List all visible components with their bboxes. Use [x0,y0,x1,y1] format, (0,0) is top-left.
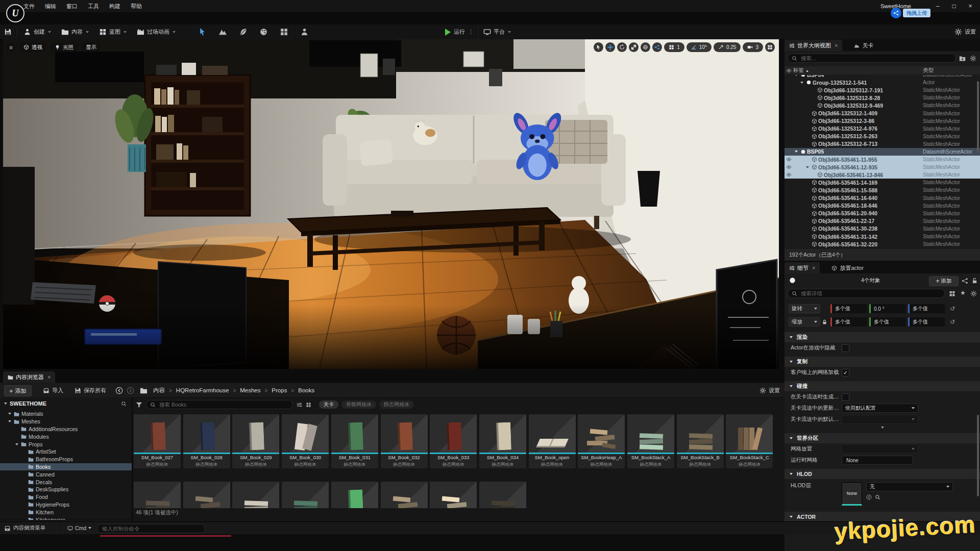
asset-search-input[interactable] [158,401,289,408]
asset-tile-SM_Book_open[interactable]: SM_Book_open静态网格体 [529,414,576,468]
breadcrumb-item-1[interactable]: HQRetroFarmhouse [176,387,229,393]
breadcrumb-item-0[interactable]: 内容 [153,387,165,394]
transform-value-field[interactable]: 多个值 [830,317,867,327]
section-header-渲染[interactable]: 渲染 [785,332,980,342]
outliner-row[interactable]: Obj3d66-1325312-3-86StaticMeshActor [785,117,980,125]
cinematics-button[interactable]: 过场动画 [134,24,179,39]
asset-tile-SM_Book_034[interactable]: SM_Book_034静态网格体 [479,414,526,468]
asset-tile-SM_BookStack_B[interactable]: SM_BookStack_B静态网格体 [677,414,724,468]
folder-tree-item-canned[interactable]: Canned [0,470,132,478]
section-header-世界分区[interactable]: 世界分区 [785,433,980,443]
surface-snap-toggle[interactable] [652,42,662,52]
details-scrollbar[interactable] [977,415,979,496]
asset-tile[interactable] [479,482,526,508]
camera-speed-control[interactable]: 3 [743,42,763,52]
content-button[interactable]: 内容 [58,24,92,39]
folder-tree-item-props[interactable]: Props [0,440,132,448]
transform-value-field[interactable]: 多个值 [869,317,906,327]
breadcrumb-item-2[interactable]: Meshes [240,387,260,393]
asset-tile[interactable] [232,482,279,508]
reset-to-default-icon[interactable]: ↺ [950,305,955,312]
folder-tree-item-decals[interactable]: Decals [0,478,132,486]
folder-tree-item-modules[interactable]: Modules [0,433,132,440]
section-expander[interactable] [785,425,980,430]
blueprint-button[interactable]: 蓝图 [96,24,130,39]
select-tool[interactable] [594,42,603,52]
rotate-tool[interactable] [617,42,627,52]
editor-settings-button[interactable]: 设置 [954,24,976,39]
tab-content-browser[interactable]: 内容浏览器× [3,371,55,383]
section-header-复制[interactable]: 复制 [785,357,980,367]
asset-tile[interactable] [183,482,230,508]
outliner-row[interactable]: BSP04DatasmithSceneActor [785,75,980,79]
folder-tree-item-kitchen[interactable]: Kitchen [0,508,132,516]
outliner-row[interactable]: Obj3d66-1325312-9-469StaticMeshActor [785,102,980,109]
maximize-viewport-button[interactable] [765,42,775,52]
blueprint-node-icon[interactable] [962,278,968,284]
folder-tree-item-meshes[interactable]: Meshes [0,418,132,425]
scale-snap-control[interactable]: 0.25 [714,42,741,52]
unlock-icon[interactable] [971,278,978,284]
breadcrumb-item-4[interactable]: Books [298,387,314,393]
asset-tile[interactable] [430,482,477,508]
forward-icon[interactable] [127,387,134,394]
play-button[interactable] [445,29,451,36]
grid-snap-control[interactable]: 1 [664,42,684,52]
reset-to-default-icon[interactable]: ↺ [950,318,955,325]
folder-tree-item-books[interactable]: Books [0,463,132,471]
move-tool[interactable] [605,42,615,52]
asset-tile-SM_Book_032[interactable]: SM_Book_032静态网格体 [381,414,428,468]
outliner-row[interactable]: Obj3d66-535461-13-846StaticMeshActor [785,171,980,179]
property-checkbox[interactable]: ✓ [842,369,849,377]
outliner-row[interactable]: Obj3d66-535461-15-588StaticMeshActor [785,186,980,194]
folder-tree-item-food[interactable]: Food [0,493,132,501]
asset-tile-SM_BookStack_C[interactable]: SM_BookStack_C静态网格体 [726,414,773,468]
view-list-icon[interactable] [297,402,302,408]
asset-tile[interactable] [282,482,329,508]
content-drawer-button[interactable]: 内容侧滑菜单 [4,522,45,534]
outliner-row[interactable]: Obj3d66-535461-22-17StaticMeshActor [785,217,980,225]
details-search[interactable] [788,289,945,298]
display-filter-icon[interactable] [949,290,955,297]
play-label[interactable]: 运行 [454,28,465,36]
menu-item-2[interactable]: 窗口 [62,0,82,12]
outliner-row[interactable]: Obj3d66-535461-20-940StaticMeshActor [785,210,980,217]
viewport[interactable]: ≡ 透视 光照 显示 1 10° 0.25 [3,39,779,369]
perspective-selector[interactable]: 透视 [19,42,47,52]
visibility-column-icon[interactable] [786,68,792,73]
outliner-row[interactable]: BSP05DatasmithSceneActor [785,148,980,156]
asset-tile-SM_Book_030[interactable]: SM_Book_030静态网格体 [282,414,329,468]
tab-place-actors[interactable]: 放置actor [827,262,868,273]
favorites-star-icon[interactable]: ★ [960,289,966,296]
asset-tile-SM_BooksHeap_A[interactable]: SM_BooksHeap_A静态网格体 [578,414,625,468]
transform-axis-selector[interactable]: 缩放 [789,317,820,327]
asset-tile[interactable] [331,482,378,508]
filter-chip-0[interactable]: 关卡 [319,400,338,409]
outliner-row[interactable]: Obj3d66-1325312-1-409StaticMeshActor [785,109,980,117]
asset-tile-SM_BookStack_A[interactable]: SM_BookStack_A静态网格体 [627,414,674,468]
menu-item-4[interactable]: 构建 [105,0,125,12]
asset-tile-SM_Book_029[interactable]: SM_Book_029静态网格体 [232,414,279,468]
outliner-row[interactable]: Obj3d66-1325312-5-263StaticMeshActor [785,133,980,140]
tab-world-outliner[interactable]: 世界大纲视图× [785,40,842,51]
outliner-row[interactable]: Obj3d66-535461-16-640StaticMeshActor [785,194,980,202]
add-component-button[interactable]: +添加 [929,276,959,286]
viewport-3d-scene[interactable] [3,39,779,369]
back-icon[interactable] [115,387,123,394]
mesh-paint-mode-icon[interactable] [259,28,268,36]
view-mode-selector[interactable]: 光照 [50,42,78,52]
asset-tile-SM_Book_031[interactable]: SM_Book_031静态网格体 [331,414,378,468]
outliner-row[interactable]: Obj3d66-1325312-7-191StaticMeshActor [785,86,980,94]
asset-tile-SM_Book_033[interactable]: SM_Book_033静态网格体 [430,414,477,468]
fracture-mode-icon[interactable] [280,28,288,36]
maximize-button[interactable]: □ [946,1,962,12]
close-tab-icon[interactable]: × [835,42,838,48]
console-mode-selector[interactable]: Cmd [67,522,91,534]
transform-value-field[interactable]: 多个值 [908,317,945,327]
sources-root[interactable]: SWEETHOME [0,399,132,408]
platforms-button[interactable]: 平台 [480,24,514,39]
outliner-search[interactable] [788,54,956,63]
filter-chip-2[interactable]: 静态网格体 [379,400,414,409]
outliner-scrollbar[interactable] [977,81,979,153]
asset-tile[interactable] [134,482,181,508]
